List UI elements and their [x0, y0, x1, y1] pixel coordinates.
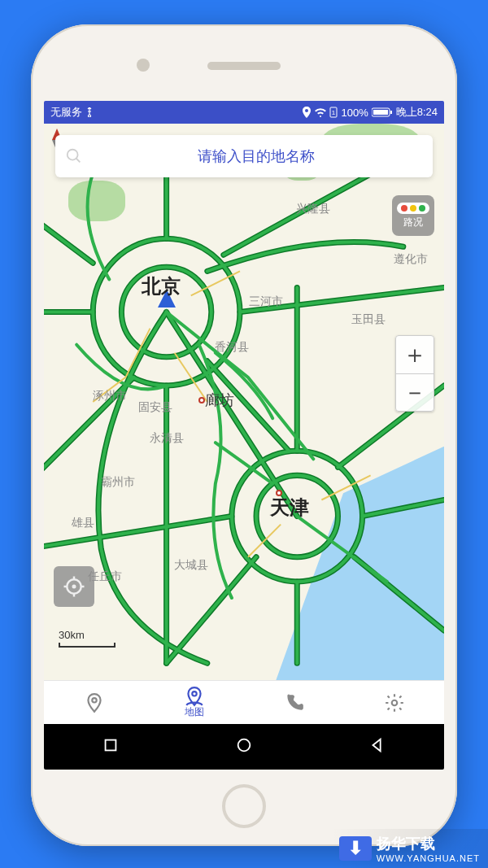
traffic-label: 路况: [403, 216, 423, 229]
svg-point-16: [92, 698, 96, 702]
gear-icon: [384, 692, 405, 713]
city-label-yongqing: 永清县: [150, 431, 184, 446]
pin-icon: [84, 692, 105, 713]
traffic-toggle[interactable]: 路况: [392, 195, 434, 236]
city-label-tianjin: 天津: [270, 495, 309, 521]
svg-point-15: [72, 585, 76, 589]
scale-indicator: 30km: [59, 629, 115, 648]
home-button[interactable]: [222, 784, 266, 828]
phone-camera: [137, 59, 150, 72]
search-box[interactable]: [55, 135, 433, 177]
city-label-xianghe: 香河县: [215, 340, 249, 355]
search-icon: [65, 147, 83, 165]
svg-rect-19: [106, 740, 116, 751]
status-bar: 无服务 1 100% 晚上8:24: [44, 101, 444, 124]
city-label-guan: 固安县: [138, 400, 172, 415]
city-label-bazhou: 霸州市: [101, 475, 135, 490]
battery-percent: 100%: [341, 107, 368, 119]
tab-phone[interactable]: [244, 692, 344, 713]
screen: 无服务 1 100% 晚上8:24: [44, 101, 444, 770]
map-icon: [184, 686, 205, 707]
city-label-zunhua: 遵化市: [394, 252, 428, 267]
city-label-langfang: 廊坊: [205, 390, 234, 410]
watermark-text: 扬华下载: [377, 835, 435, 852]
city-label-beijing: 北京: [142, 273, 181, 299]
svg-rect-3: [373, 110, 388, 115]
sim-icon: 1: [329, 107, 338, 118]
android-back-button[interactable]: [368, 736, 386, 757]
tab-location[interactable]: [44, 692, 144, 713]
android-recent-button[interactable]: [102, 736, 120, 757]
android-nav-bar: [44, 724, 444, 770]
carrier-label: 无服务: [50, 105, 82, 120]
bottom-tab-bar: 地图: [44, 680, 444, 724]
svg-point-18: [391, 700, 397, 705]
svg-point-13: [68, 150, 78, 160]
tab-map[interactable]: 地图: [144, 686, 244, 719]
phone-speaker: [207, 62, 281, 70]
phone-frame: 无服务 1 100% 晚上8:24: [31, 24, 457, 846]
scale-label: 30km: [59, 629, 85, 641]
city-label-zhuozhou: 涿州市: [93, 389, 127, 403]
city-label-sanhe: 三河市: [249, 294, 283, 309]
usb-icon: [85, 107, 94, 117]
android-home-button[interactable]: [235, 736, 253, 757]
crosshair-icon: [62, 574, 86, 599]
zoom-in-button[interactable]: ＋: [396, 336, 434, 373]
location-icon: [302, 107, 312, 118]
zoom-control: ＋ －: [395, 335, 434, 412]
city-label-xinglong: 兴隆县: [296, 202, 330, 216]
svg-point-20: [238, 739, 251, 752]
city-label-dacheng: 大城县: [174, 558, 208, 573]
city-label-xiongxian: 雄县: [72, 516, 94, 530]
tab-map-label: 地图: [185, 705, 204, 719]
city-label-yutian: 玉田县: [351, 312, 386, 327]
watermark: ⬇ 扬华下载 WWW.YANGHUA.NET: [331, 829, 488, 868]
phone-icon: [284, 692, 305, 713]
watermark-sub: WWW.YANGHUA.NET: [377, 853, 480, 863]
watermark-logo-icon: ⬇: [339, 836, 372, 861]
traffic-light-icon: [397, 203, 429, 214]
svg-rect-4: [390, 111, 392, 114]
battery-icon: [372, 107, 393, 117]
tab-settings[interactable]: [344, 692, 444, 713]
city-marker: [198, 397, 205, 403]
svg-point-17: [192, 691, 196, 696]
wifi-icon: [315, 107, 326, 117]
locate-me-button[interactable]: [54, 566, 94, 607]
search-input[interactable]: [89, 148, 423, 165]
map-canvas[interactable]: 北京 天津 廊坊 兴隆县 遵化市 玉田县 三河市 香河县 涿州市 固安县 永清县…: [44, 124, 444, 680]
svg-text:1: 1: [332, 109, 336, 116]
time-label: 晚上8:24: [396, 105, 438, 120]
zoom-out-button[interactable]: －: [396, 373, 434, 411]
